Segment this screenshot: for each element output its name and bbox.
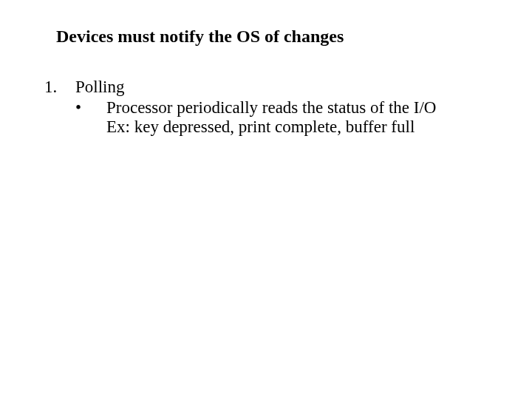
list-item-polling: 1. Polling • Processor periodically read…	[44, 78, 532, 137]
sub-list: • Processor periodically reads the statu…	[75, 98, 532, 137]
bullet-icon: •	[75, 98, 81, 117]
list-item-label: Polling	[75, 78, 124, 96]
sub-item-line2: Ex: key depressed, print complete, buffe…	[106, 117, 532, 137]
sub-list-item: • Processor periodically reads the statu…	[75, 98, 532, 137]
sub-item-line1: Processor periodically reads the status …	[106, 98, 532, 117]
list-number: 1.	[44, 78, 57, 97]
slide-title: Devices must notify the OS of changes	[56, 27, 532, 47]
main-list: 1. Polling • Processor periodically read…	[44, 78, 532, 137]
